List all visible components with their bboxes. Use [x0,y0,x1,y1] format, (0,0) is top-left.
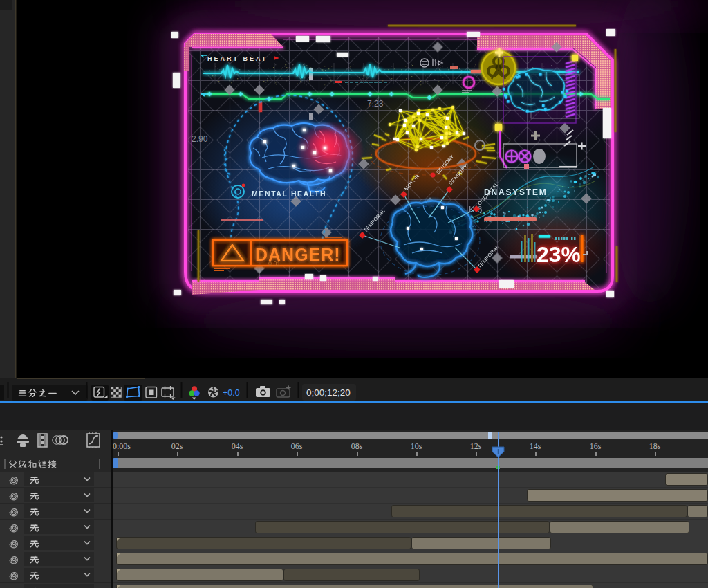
svg-text:2.90: 2.90 [192,134,208,144]
svg-text:HEART BEAT: HEART BEAT [207,55,268,62]
svg-text:23%: 23% [537,242,581,267]
svg-text:+0.0: +0.0 [223,388,240,398]
svg-text:0.01: 0.01 [268,260,281,267]
svg-text:7.23: 7.23 [367,99,384,109]
svg-text:0;00;12;20: 0;00;12;20 [306,387,351,398]
svg-text:MENTAL HEALTH: MENTAL HEALTH [252,190,326,198]
